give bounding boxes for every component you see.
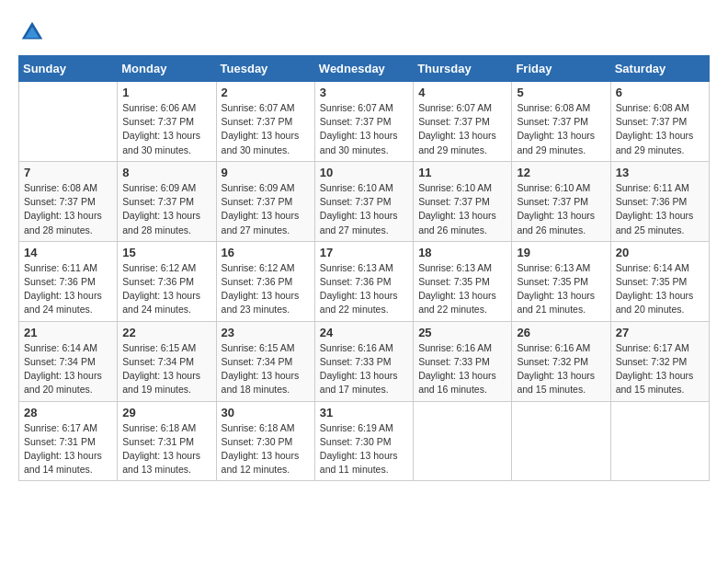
day-info: Sunrise: 6:15 AM Sunset: 7:34 PM Dayligh…: [222, 341, 310, 397]
calendar-table: SundayMondayTuesdayWednesdayThursdayFrid…: [18, 55, 710, 481]
day-number: 26: [517, 326, 605, 339]
day-info: Sunrise: 6:19 AM Sunset: 7:30 PM Dayligh…: [320, 421, 408, 477]
calendar-cell: 9Sunrise: 6:09 AM Sunset: 7:37 PM Daylig…: [216, 161, 314, 241]
day-number: 12: [517, 166, 605, 179]
day-number: 17: [320, 246, 408, 259]
calendar-cell: 1Sunrise: 6:06 AM Sunset: 7:37 PM Daylig…: [118, 82, 216, 162]
day-number: 4: [418, 86, 506, 99]
day-number: 3: [320, 86, 408, 99]
day-number: 15: [122, 246, 210, 259]
day-number: 31: [320, 406, 408, 419]
day-number: 8: [122, 166, 210, 179]
day-number: 1: [122, 86, 210, 99]
day-info: Sunrise: 6:14 AM Sunset: 7:34 PM Dayligh…: [24, 341, 112, 397]
day-number: 16: [222, 246, 310, 259]
day-info: Sunrise: 6:14 AM Sunset: 7:35 PM Dayligh…: [616, 261, 704, 317]
day-info: Sunrise: 6:13 AM Sunset: 7:35 PM Dayligh…: [418, 261, 506, 317]
day-number: 5: [517, 86, 605, 99]
calendar-cell: [414, 401, 512, 481]
calendar-cell: 29Sunrise: 6:18 AM Sunset: 7:31 PM Dayli…: [118, 401, 216, 481]
day-info: Sunrise: 6:16 AM Sunset: 7:33 PM Dayligh…: [320, 341, 408, 397]
calendar-cell: [19, 82, 118, 162]
day-number: 29: [122, 406, 210, 419]
day-info: Sunrise: 6:11 AM Sunset: 7:36 PM Dayligh…: [616, 181, 704, 237]
calendar-header-row: SundayMondayTuesdayWednesdayThursdayFrid…: [19, 56, 710, 82]
calendar-cell: 19Sunrise: 6:13 AM Sunset: 7:35 PM Dayli…: [512, 241, 610, 321]
day-number: 21: [24, 326, 112, 339]
calendar-cell: 5Sunrise: 6:08 AM Sunset: 7:37 PM Daylig…: [512, 82, 610, 162]
calendar-cell: 7Sunrise: 6:08 AM Sunset: 7:37 PM Daylig…: [19, 161, 118, 241]
day-info: Sunrise: 6:08 AM Sunset: 7:37 PM Dayligh…: [616, 101, 704, 157]
day-number: 19: [517, 246, 605, 259]
day-number: 18: [418, 246, 506, 259]
calendar-cell: 10Sunrise: 6:10 AM Sunset: 7:37 PM Dayli…: [314, 161, 413, 241]
day-number: 11: [418, 166, 506, 179]
calendar-cell: 17Sunrise: 6:13 AM Sunset: 7:36 PM Dayli…: [314, 241, 413, 321]
day-info: Sunrise: 6:12 AM Sunset: 7:36 PM Dayligh…: [122, 261, 210, 317]
day-number: 24: [320, 326, 408, 339]
calendar-cell: [512, 401, 610, 481]
calendar-cell: 22Sunrise: 6:15 AM Sunset: 7:34 PM Dayli…: [118, 321, 216, 401]
calendar-week-row: 14Sunrise: 6:11 AM Sunset: 7:36 PM Dayli…: [19, 241, 710, 321]
calendar-cell: 24Sunrise: 6:16 AM Sunset: 7:33 PM Dayli…: [314, 321, 413, 401]
calendar-week-row: 7Sunrise: 6:08 AM Sunset: 7:37 PM Daylig…: [19, 161, 710, 241]
page-header: [18, 18, 710, 46]
calendar-cell: 18Sunrise: 6:13 AM Sunset: 7:35 PM Dayli…: [414, 241, 512, 321]
day-info: Sunrise: 6:09 AM Sunset: 7:37 PM Dayligh…: [222, 181, 310, 237]
day-number: 25: [418, 326, 506, 339]
logo: [18, 18, 50, 46]
day-number: 22: [122, 326, 210, 339]
weekday-header: Tuesday: [216, 56, 314, 82]
day-info: Sunrise: 6:17 AM Sunset: 7:31 PM Dayligh…: [24, 421, 112, 477]
day-number: 9: [222, 166, 310, 179]
day-info: Sunrise: 6:18 AM Sunset: 7:31 PM Dayligh…: [122, 421, 210, 477]
day-number: 2: [222, 86, 310, 99]
calendar-cell: 16Sunrise: 6:12 AM Sunset: 7:36 PM Dayli…: [216, 241, 314, 321]
calendar-week-row: 21Sunrise: 6:14 AM Sunset: 7:34 PM Dayli…: [19, 321, 710, 401]
day-info: Sunrise: 6:16 AM Sunset: 7:33 PM Dayligh…: [418, 341, 506, 397]
weekday-header: Friday: [512, 56, 610, 82]
calendar-cell: 30Sunrise: 6:18 AM Sunset: 7:30 PM Dayli…: [216, 401, 314, 481]
day-info: Sunrise: 6:09 AM Sunset: 7:37 PM Dayligh…: [122, 181, 210, 237]
calendar-cell: 26Sunrise: 6:16 AM Sunset: 7:32 PM Dayli…: [512, 321, 610, 401]
calendar-cell: 6Sunrise: 6:08 AM Sunset: 7:37 PM Daylig…: [610, 82, 709, 162]
calendar-cell: [610, 401, 709, 481]
logo-icon: [18, 18, 46, 46]
day-info: Sunrise: 6:10 AM Sunset: 7:37 PM Dayligh…: [320, 181, 408, 237]
day-info: Sunrise: 6:12 AM Sunset: 7:36 PM Dayligh…: [222, 261, 310, 317]
day-info: Sunrise: 6:06 AM Sunset: 7:37 PM Dayligh…: [122, 101, 210, 157]
day-info: Sunrise: 6:13 AM Sunset: 7:35 PM Dayligh…: [517, 261, 605, 317]
calendar-cell: 4Sunrise: 6:07 AM Sunset: 7:37 PM Daylig…: [414, 82, 512, 162]
day-number: 13: [616, 166, 704, 179]
day-number: 7: [24, 166, 112, 179]
day-number: 23: [222, 326, 310, 339]
calendar-cell: 2Sunrise: 6:07 AM Sunset: 7:37 PM Daylig…: [216, 82, 314, 162]
day-number: 10: [320, 166, 408, 179]
day-info: Sunrise: 6:17 AM Sunset: 7:32 PM Dayligh…: [616, 341, 704, 397]
calendar-cell: 15Sunrise: 6:12 AM Sunset: 7:36 PM Dayli…: [118, 241, 216, 321]
calendar-cell: 12Sunrise: 6:10 AM Sunset: 7:37 PM Dayli…: [512, 161, 610, 241]
calendar-cell: 11Sunrise: 6:10 AM Sunset: 7:37 PM Dayli…: [414, 161, 512, 241]
weekday-header: Wednesday: [314, 56, 413, 82]
calendar-cell: 25Sunrise: 6:16 AM Sunset: 7:33 PM Dayli…: [414, 321, 512, 401]
calendar-cell: 28Sunrise: 6:17 AM Sunset: 7:31 PM Dayli…: [19, 401, 118, 481]
weekday-header: Monday: [118, 56, 216, 82]
day-number: 28: [24, 406, 112, 419]
calendar-cell: 23Sunrise: 6:15 AM Sunset: 7:34 PM Dayli…: [216, 321, 314, 401]
calendar-cell: 8Sunrise: 6:09 AM Sunset: 7:37 PM Daylig…: [118, 161, 216, 241]
calendar-cell: 20Sunrise: 6:14 AM Sunset: 7:35 PM Dayli…: [610, 241, 709, 321]
day-info: Sunrise: 6:07 AM Sunset: 7:37 PM Dayligh…: [418, 101, 506, 157]
day-info: Sunrise: 6:08 AM Sunset: 7:37 PM Dayligh…: [517, 101, 605, 157]
calendar-cell: 3Sunrise: 6:07 AM Sunset: 7:37 PM Daylig…: [314, 82, 413, 162]
day-number: 14: [24, 246, 112, 259]
calendar-week-row: 28Sunrise: 6:17 AM Sunset: 7:31 PM Dayli…: [19, 401, 710, 481]
calendar-cell: 21Sunrise: 6:14 AM Sunset: 7:34 PM Dayli…: [19, 321, 118, 401]
weekday-header: Sunday: [19, 56, 118, 82]
calendar-week-row: 1Sunrise: 6:06 AM Sunset: 7:37 PM Daylig…: [19, 82, 710, 162]
day-info: Sunrise: 6:07 AM Sunset: 7:37 PM Dayligh…: [222, 101, 310, 157]
day-info: Sunrise: 6:11 AM Sunset: 7:36 PM Dayligh…: [24, 261, 112, 317]
calendar-cell: 31Sunrise: 6:19 AM Sunset: 7:30 PM Dayli…: [314, 401, 413, 481]
day-info: Sunrise: 6:13 AM Sunset: 7:36 PM Dayligh…: [320, 261, 408, 317]
calendar-cell: 14Sunrise: 6:11 AM Sunset: 7:36 PM Dayli…: [19, 241, 118, 321]
day-number: 20: [616, 246, 704, 259]
